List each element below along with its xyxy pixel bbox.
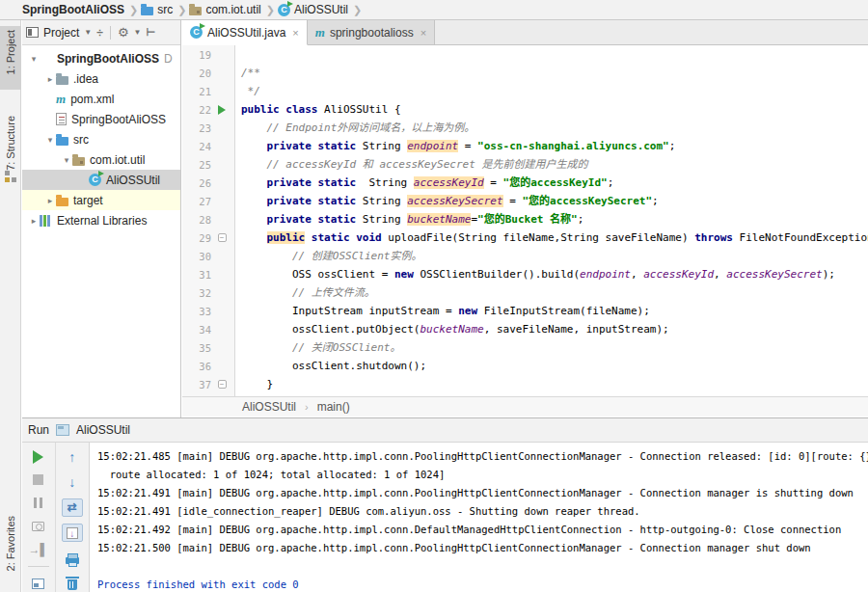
code-segment: OSS ossClient = [241,268,394,281]
chevron-down-icon[interactable]: ▼ [134,28,142,37]
exit-button[interactable]: →▌ [28,541,49,557]
chevron-right-icon[interactable]: ▸ [44,74,56,84]
code-line: ossClient.shutdown(); [241,357,868,375]
chevron-right-icon[interactable]: ▸ [44,196,56,205]
run-panel-body: →▌ ↑↓⇄↓ 15:02:21.485 [main] DEBUG org.ap… [22,443,868,592]
tree-row-pom-xml[interactable]: mpom.xml [22,89,180,109]
scroll-to-end-toggle[interactable]: ↓ [62,524,83,542]
breadcrumb-item[interactable]: SpringBootAliOSS [6,3,124,16]
breadcrumb-class[interactable]: AliOSSUtil [242,400,296,414]
gear-icon[interactable]: ⚙ [118,25,129,40]
code-segment: ; [652,195,659,207]
tree-label: target [73,194,103,207]
tree-row-springbootalioss[interactable]: ▾SpringBootAliOSSD [22,48,180,68]
run-tab-label[interactable]: AliOSSUtil [76,423,130,437]
code-segment: private static [267,140,363,152]
down-stacktrace-button[interactable]: ↓ [62,473,83,492]
up-stacktrace-button-icon: ↑ [68,450,75,464]
fold-close-icon[interactable]: − [218,380,227,389]
stop-button[interactable] [28,471,49,488]
chevron-right-icon: ❯ [353,4,362,16]
code-segment: ; [608,176,614,189]
tree-row-external-libraries[interactable]: ▸External Libraries [22,210,180,230]
tree-label: src [73,133,89,147]
sidebar-item--project[interactable]: 1: Project [0,26,21,90]
soft-wrap-toggle[interactable]: ⇄ [62,498,83,517]
chevron-down-icon[interactable]: ▼ [84,28,92,37]
code-segment: accessKeySecret [407,195,502,207]
editor-breadcrumbs: AliOSSUtil › main() [182,396,868,417]
code-segment: , [714,268,726,281]
fold-open-icon[interactable]: − [218,233,227,242]
close-icon[interactable]: × [420,27,426,39]
tree-label: SpringBootAliOSS [57,52,159,66]
fold-icon[interactable]: − [211,380,232,389]
hide-panel-icon[interactable]: ⊢ [146,26,155,39]
breadcrumb-item[interactable]: com.iot.util [189,3,260,16]
tree-row-aliossutil[interactable]: CAliOSSUtil [22,170,180,190]
tree-row-springbootalioss[interactable]: SpringBootAliOSS [22,109,180,129]
line-number: 32 [182,287,211,299]
run-arrow-icon[interactable] [218,105,226,115]
pause-button[interactable] [28,495,49,511]
sidebar-item--favorites[interactable]: 2: Favorites [0,512,21,575]
tree-row-target[interactable]: ▸target [22,190,180,210]
restore-layout-button[interactable] [28,576,49,592]
console-text: Process finished with exit code 0 [97,579,299,590]
code-segment: /** [241,67,260,79]
code-segment: "您的accessKeySecret" [522,195,652,207]
up-stacktrace-button[interactable]: ↑ [62,448,83,467]
close-icon[interactable]: × [292,27,298,39]
tree-row--idea[interactable]: ▸.idea [22,68,180,89]
sidebar-item--structure[interactable]: 7: Structure [0,112,21,186]
chevron-down-icon[interactable]: ▾ [28,54,40,64]
code-line: // accessKeyId 和 accessKeySecret 是先前创建用户… [241,155,868,174]
code-segment: ossClient.putObject( [241,323,420,336]
chevron-down-icon[interactable]: ▾ [44,135,56,145]
tree-row-src[interactable]: ▾src [22,129,180,149]
line-number: 29 [182,232,211,244]
code-line: // 上传文件流。 [241,283,868,302]
breadcrumb-label: AliOSSUtil [294,3,348,16]
tree-row-com-iot-util[interactable]: ▾com.iot.util [22,149,180,170]
line-number: 23 [182,122,211,134]
print-button[interactable] [62,549,83,567]
code-segment: } [241,378,273,390]
fold-icon[interactable]: − [211,233,232,242]
breadcrumb-item[interactable]: CAliOSSUtil [278,3,348,16]
run-gutter-icon[interactable] [211,105,232,115]
clear-all-button[interactable] [62,574,83,592]
code-segment: InputStream inputStream = [241,305,458,317]
tab-aliossutil-java[interactable]: C AliOSSUtil.java × [182,20,308,45]
console-line: 15:02:21.492 [main] DEBUG org.apache.htt… [97,521,868,539]
breadcrumb-label: com.iot.util [205,3,260,16]
code-segment [241,158,267,171]
code-segment: endpoint [580,268,631,281]
chevron-right-icon: ❯ [177,4,186,16]
code-editor[interactable]: 1920212223242526272829−3031323334353637−… [182,45,868,396]
top-breadcrumb-bar: SpringBootAliOSS❯src❯com.iot.util❯CAliOS… [0,0,868,20]
code-segment: FileInputStream(fileName); [477,305,650,317]
chevron-right-icon[interactable]: ▸ [28,216,40,226]
tab-springbootalioss[interactable]: m springbootalioss × [308,20,435,44]
rerun-button[interactable] [28,448,49,465]
breadcrumb-item[interactable]: src [141,3,173,16]
run-console[interactable]: 15:02:21.485 [main] DEBUG org.apache.htt… [90,443,868,592]
tab-label: springbootalioss [330,26,414,40]
line-number: 25 [182,159,211,171]
tree-label: .idea [73,72,98,86]
collapse-all-icon[interactable]: ÷ [96,26,103,40]
project-panel-title[interactable]: Project [43,26,79,40]
dump-threads-button-icon [32,522,44,531]
code-line [241,45,868,64]
class-run-icon: C [190,26,203,39]
breadcrumb-method[interactable]: main() [317,400,350,414]
chevron-down-icon[interactable]: ▾ [61,155,72,165]
breadcrumb-label: SpringBootAliOSS [22,3,124,16]
libraries-icon [40,215,52,227]
code-segment: new [458,305,477,317]
code-lines[interactable]: /** */public class AliOSSUtil { // Endpo… [235,45,868,396]
code-segment: OSSClientBuilder().build( [414,268,580,281]
dump-threads-button[interactable] [28,518,49,534]
breadcrumb-label: src [157,3,173,16]
